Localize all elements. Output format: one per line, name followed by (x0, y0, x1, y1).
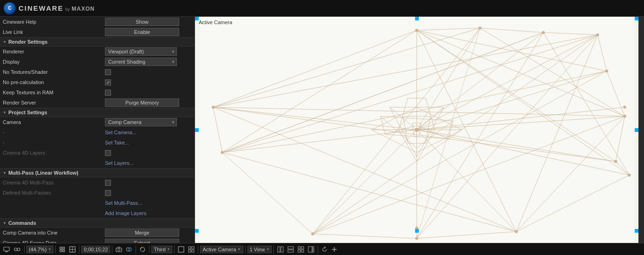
grid-icon-btn[interactable] (68, 245, 77, 254)
set-camera-row: · Set Camera... (0, 127, 195, 137)
zoom-dropdown[interactable]: (44.7%) ▼ (26, 246, 53, 253)
color-icon-btn[interactable] (138, 245, 147, 254)
svg-rect-108 (60, 247, 62, 249)
render-settings-section[interactable]: ▼ Render Settings (0, 37, 195, 46)
renderer-control: Viewport (Draft) Software Standard (Fina… (105, 47, 192, 56)
stereo-icon-btn[interactable] (12, 245, 22, 254)
set-multipass-control: Set Multi-Pass... (105, 200, 192, 206)
view-count-arrow: ▼ (266, 248, 269, 251)
enable-button[interactable]: Enable (105, 28, 179, 36)
viewport-label: Active Camera (199, 20, 232, 25)
camera-preset-dropdown[interactable]: Active Camera ▼ (200, 246, 243, 253)
viewport-canvas (195, 17, 638, 243)
multipass-section[interactable]: ▼ Multi-Pass (Linear Workflow) (0, 168, 195, 177)
toolbar-sep-4 (112, 246, 112, 253)
camera-label: Camera (3, 119, 105, 125)
refresh-icon-btn[interactable] (320, 245, 329, 254)
svg-rect-125 (278, 247, 280, 252)
multipass-arrow: ▼ (3, 171, 7, 175)
no-textures-checkbox[interactable] (105, 69, 111, 75)
handle-top-left[interactable] (195, 17, 199, 20)
set-multipass-link[interactable]: Set Multi-Pass... (105, 200, 142, 206)
add-view-icon-btn[interactable] (330, 246, 338, 253)
merge-button[interactable]: Merge (105, 229, 179, 237)
project-settings-section[interactable]: ▼ Project Settings (0, 108, 195, 117)
handle-top-mid[interactable] (415, 17, 419, 20)
no-precalc-checkbox[interactable]: ✓ (105, 79, 111, 85)
svg-rect-110 (60, 250, 62, 252)
main-layout: Cineware Help Show Live Link Enable ▼ Re… (0, 17, 644, 243)
refresh-icon (321, 246, 328, 253)
add-image-layers-control: Add Image Layers (105, 210, 192, 216)
cinema4d-multipass-checkbox[interactable] (105, 180, 111, 186)
zoom-dropdown-arrow: ▼ (48, 248, 52, 251)
commands-section[interactable]: ▼ Commands (0, 218, 195, 228)
cineware-help-label: Cineware Help (3, 19, 105, 25)
set-take-link[interactable]: Set Take... (105, 140, 129, 145)
purge-memory-button[interactable]: Purge Memory (105, 98, 179, 107)
toolbar-sep-11 (318, 246, 318, 253)
zoom-label: (44.7%) (29, 247, 47, 252)
svg-rect-120 (178, 247, 184, 252)
render-settings-title: Render Settings (8, 39, 47, 45)
layout-icon-1 (277, 246, 284, 253)
fit-icon (59, 246, 65, 253)
svg-rect-131 (298, 250, 300, 252)
add-image-layers-link[interactable]: Add Image Layers (105, 210, 146, 216)
renderer-select[interactable]: Viewport (Draft) Software Standard (Fina… (105, 47, 177, 56)
view-count-dropdown[interactable]: 1 View ▼ (247, 246, 272, 253)
bottom-toolbar: (44.7%) ▼ 0;00;15;22 (0, 243, 644, 255)
stereo-icon (13, 246, 21, 253)
extract-button[interactable]: Extract (105, 239, 179, 243)
layout-icon-btn-4[interactable] (306, 245, 316, 254)
set-camera-link[interactable]: Set Camera... (105, 130, 137, 135)
camera-icon-btn[interactable] (114, 246, 124, 253)
svg-rect-122 (192, 247, 194, 249)
layout-icon-btn-1[interactable] (276, 245, 285, 254)
view-preset-dropdown[interactable]: Third ▼ (151, 246, 172, 253)
handle-bottom-right[interactable] (635, 229, 638, 233)
add-view-icon (332, 247, 337, 252)
timecode-dropdown[interactable]: 0;00;15;22 (81, 246, 110, 253)
toolbar-sep-10 (273, 246, 274, 253)
toolbar-sep-9 (245, 246, 246, 253)
toolbar-sep-3 (79, 246, 79, 253)
svg-rect-111 (63, 250, 65, 252)
keep-textures-row: Keep Textures in RAM (0, 87, 195, 98)
camera-row: Camera Comp Camera ▼ (0, 117, 195, 127)
show-button[interactable]: Show (105, 18, 179, 26)
svg-rect-121 (189, 247, 191, 249)
handle-bottom-left[interactable] (195, 229, 199, 233)
viewport-grid-icon (188, 246, 195, 253)
svg-rect-128 (288, 250, 293, 252)
renderer-select-wrap: Viewport (Draft) Software Standard (Fina… (105, 47, 177, 56)
scrollbar[interactable] (638, 17, 644, 243)
viewport-grid-icon-btn[interactable] (187, 245, 196, 254)
overlay-icon-btn[interactable] (124, 245, 134, 254)
layout-icon-btn-3[interactable] (296, 245, 306, 254)
set-layers-link[interactable]: Set Layers... (105, 160, 134, 166)
fit-icon-btn[interactable] (58, 245, 67, 254)
handle-bottom-mid[interactable] (415, 229, 419, 233)
set-camera-spacer: · (3, 130, 105, 135)
display-select[interactable]: Current Shading Wireframe Flat Gouraud (105, 58, 177, 66)
layout-icon-btn-2[interactable] (286, 245, 295, 254)
camera-preset-arrow: ▼ (238, 248, 241, 251)
handle-mid-left[interactable] (195, 128, 199, 132)
monitor-icon-btn[interactable] (2, 245, 11, 254)
monitor-icon (3, 246, 10, 253)
camera-select[interactable]: Comp Camera (105, 118, 177, 126)
show-control: Show (105, 18, 192, 26)
renderer-row: Renderer Viewport (Draft) Software Stand… (0, 46, 195, 57)
svg-point-106 (14, 248, 17, 251)
handle-mid-right[interactable] (635, 128, 638, 132)
view-count-value: 1 View (250, 247, 265, 252)
set-camera-control: Set Camera... (105, 130, 192, 135)
viewport-mode-icon-btn[interactable] (176, 245, 186, 254)
cinema4d-multipass-control (105, 180, 192, 186)
cinema4d-layers-checkbox[interactable] (105, 150, 111, 156)
keep-textures-checkbox[interactable] (105, 90, 111, 96)
handle-top-right[interactable] (635, 17, 638, 20)
defined-multipass-checkbox[interactable] (105, 190, 111, 196)
live-link-row: Live Link Enable (0, 27, 195, 37)
